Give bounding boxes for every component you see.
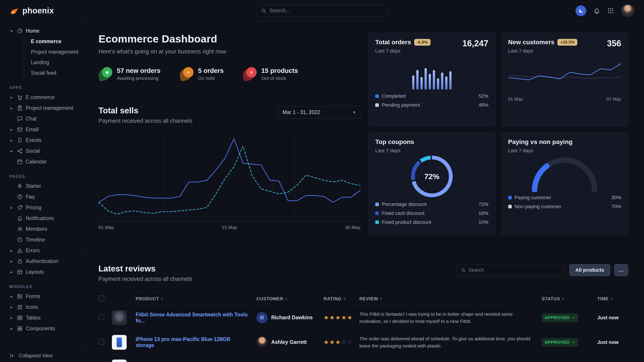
- reviews-controls: All products ...: [456, 264, 628, 276]
- paying-legend: Paying customer30% Non-paying customer70…: [508, 195, 622, 210]
- product-link[interactable]: Fitbit Sense Advanced Smartwatch with To…: [136, 312, 256, 324]
- customer-cell: Ashley Garrett: [256, 337, 324, 348]
- sidebar-item-social[interactable]: ▸Social: [0, 146, 85, 156]
- phoenix-logo-icon: [10, 6, 19, 15]
- icons-icon: [17, 304, 23, 310]
- sort-icon: ▴▾: [562, 297, 564, 301]
- chevron-down-icon: ▾: [10, 28, 14, 33]
- sidebar-item-pricing[interactable]: ▸Pricing: [0, 202, 85, 213]
- sidebar-item-landing[interactable]: Landing: [24, 57, 85, 68]
- sidebar-item-events[interactable]: ▸Events: [0, 135, 85, 146]
- bell-icon: [594, 7, 600, 14]
- sidebar-section-apps: APPS: [10, 85, 85, 90]
- more-options-button[interactable]: ...: [614, 264, 628, 276]
- sidebar-section-modules: MODULES: [10, 284, 85, 289]
- sidebar-item-label: Home: [26, 28, 40, 34]
- sidebar-item-ecommerce-app[interactable]: ▸E commerce: [0, 92, 85, 103]
- total-sells-subtitle: Payment received across all channels: [98, 118, 192, 124]
- row-checkbox[interactable]: [98, 314, 104, 320]
- sidebar-item-project-management-app[interactable]: ▸Project management: [0, 103, 85, 113]
- sort-icon: ▴▾: [611, 297, 612, 301]
- table-row: Fitbit Sense Advanced Smartwatch with To…: [98, 306, 628, 330]
- layout-icon: [17, 269, 23, 275]
- new-customers-x-axis: 01 May 07 May: [508, 93, 622, 102]
- sidebar-item-faq[interactable]: Faq: [0, 191, 85, 202]
- column-rating[interactable]: RATING▴▾: [324, 296, 359, 301]
- brand[interactable]: phoenix: [10, 6, 54, 15]
- sidebar-item-authentication[interactable]: ▸Authentication: [0, 256, 85, 267]
- column-customer[interactable]: CUSTOMER▴▾: [256, 296, 324, 301]
- apps-grid-button[interactable]: [607, 7, 614, 14]
- select-all-checkbox[interactable]: [98, 295, 104, 301]
- sidebar-item-email[interactable]: ▸Email: [0, 124, 85, 135]
- total-orders-chart: [412, 56, 452, 90]
- trend-badge: -6.8%: [414, 39, 431, 46]
- sidebar-item-icons[interactable]: ▸Icons: [0, 302, 85, 312]
- total-sells-chart: [98, 132, 360, 222]
- sidebar-item-home[interactable]: ▾ Home: [0, 25, 85, 36]
- caret-right-icon: ▸: [10, 105, 14, 111]
- review-text: This Fitbit is fantastic! I was trying t…: [359, 311, 542, 325]
- caret-right-icon: ▸: [10, 205, 14, 210]
- caret-right-icon: ▸: [10, 248, 14, 253]
- home-submenu: E commerce Project management Landing So…: [24, 36, 85, 78]
- total-sells-title: Total sells: [98, 106, 192, 115]
- sidebar-item-tables[interactable]: ▸Tables: [0, 312, 85, 323]
- sidebar-item-notifications[interactable]: Notifications: [0, 213, 85, 224]
- sidebar-item-components[interactable]: ▸Components: [0, 323, 85, 334]
- total-orders-card: Total orders -6.8% Last 7 days 16,247 Co…: [368, 33, 496, 127]
- share-icon: [17, 148, 23, 154]
- product-link[interactable]: iPhone 13 pro max-Pacific Blue-128GB sto…: [136, 336, 256, 348]
- lock-icon: [17, 258, 23, 264]
- sidebar-item-members[interactable]: Members: [0, 224, 85, 234]
- search-input[interactable]: [270, 7, 383, 14]
- sidebar-section-pages: PAGES: [10, 174, 85, 179]
- notifications-button[interactable]: [594, 7, 600, 14]
- check-icon: [572, 316, 575, 320]
- column-review[interactable]: REVIEW▴▾: [359, 296, 542, 301]
- all-products-button[interactable]: All products: [569, 264, 610, 276]
- sidebar-item-social-feed[interactable]: Social feed: [24, 68, 85, 78]
- sidebar-item-ecommerce-dashboard[interactable]: E commerce: [24, 36, 85, 47]
- main-content: Ecommerce Dashboard Here's what's going …: [85, 0, 644, 362]
- caret-right-icon: ▸: [10, 127, 14, 132]
- sidebar-item-project-management-dashboard[interactable]: Project management: [24, 47, 85, 57]
- sidebar-item-chat[interactable]: Chat: [0, 113, 85, 124]
- clock-icon: [17, 237, 23, 243]
- column-product[interactable]: PRODUCT▴▾: [136, 296, 256, 301]
- table-icon: [17, 315, 23, 321]
- sidebar-item-forms[interactable]: ▸Forms: [0, 291, 85, 302]
- sidebar-item-calend ar[interactable]: Calendar: [0, 156, 85, 167]
- users-icon: [17, 226, 23, 232]
- global-search[interactable]: [255, 5, 389, 17]
- bell-icon: [17, 215, 23, 221]
- reviews-search-input[interactable]: [468, 267, 561, 273]
- collapsed-view-toggle[interactable]: Collapsed View: [0, 349, 85, 362]
- caret-right-icon: ▸: [10, 148, 14, 154]
- check-icon: [572, 340, 575, 344]
- rocket-icon: [17, 183, 23, 189]
- sidebar-item-timeline[interactable]: Timeline: [0, 234, 85, 245]
- caret-right-icon: ▸: [10, 95, 14, 100]
- stat-out-of-stock: 15 productsOut of stock: [243, 67, 298, 81]
- sidebar-item-errors[interactable]: ▸Errors: [0, 245, 85, 256]
- donut-center-value: 72%: [411, 155, 453, 197]
- row-checkbox[interactable]: [98, 339, 104, 345]
- latest-reviews-subtitle: Payment received across all channels: [98, 276, 192, 282]
- search-icon: [261, 8, 266, 13]
- product-image: [112, 310, 127, 325]
- pie-chart-icon: [17, 28, 23, 34]
- date-range-select[interactable]: Mar 1 - 31, 2022 ▾: [277, 106, 360, 118]
- column-time[interactable]: TIME▴▾: [590, 296, 628, 301]
- user-avatar[interactable]: [621, 4, 634, 17]
- stat-orders-on-hold: 5 ordersOn hold: [180, 67, 224, 81]
- column-status[interactable]: STATUS▴▾: [542, 296, 590, 301]
- sidebar-item-layouts[interactable]: ▸Layouts: [0, 267, 85, 277]
- new-customers-chart: [508, 57, 622, 91]
- reviews-search[interactable]: [456, 264, 565, 276]
- sidebar-item-starter[interactable]: Starter: [0, 181, 85, 191]
- avatar: R: [256, 312, 268, 323]
- review-time: Just now: [590, 315, 628, 321]
- new-customers-value: 356: [607, 39, 621, 48]
- dark-mode-toggle[interactable]: [576, 5, 586, 16]
